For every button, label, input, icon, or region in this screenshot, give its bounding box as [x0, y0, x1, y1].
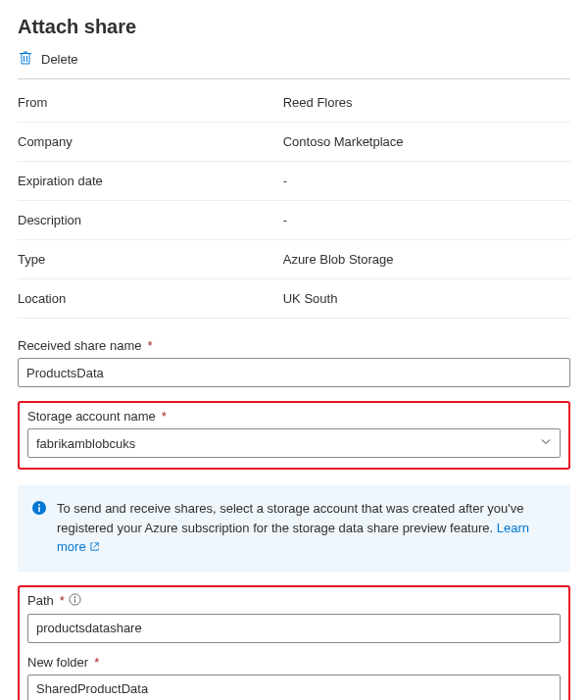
svg-point-1 [38, 504, 40, 506]
details-value: Contoso Marketplace [283, 123, 570, 162]
table-row: CompanyContoso Marketplace [18, 123, 570, 162]
table-row: TypeAzure Blob Storage [18, 240, 570, 279]
details-value: Reed Flores [283, 83, 570, 123]
storage-account-label: Storage account name [27, 409, 156, 424]
received-share-name-input[interactable] [18, 358, 570, 387]
required-indicator: * [162, 409, 167, 424]
required-indicator: * [94, 655, 99, 670]
info-text: To send and receive shares, select a sto… [57, 501, 524, 535]
info-callout: To send and receive shares, select a sto… [18, 485, 570, 572]
details-table: FromReed Flores CompanyContoso Marketpla… [18, 83, 570, 319]
details-value: Azure Blob Storage [283, 240, 570, 279]
storage-account-highlight: Storage account name * [18, 401, 570, 470]
path-label: Path [27, 593, 54, 608]
info-icon [31, 500, 47, 558]
details-label: Expiration date [18, 162, 283, 201]
page-title: Attach share [18, 16, 570, 38]
storage-account-select[interactable] [27, 428, 561, 458]
required-indicator: * [60, 593, 65, 608]
new-folder-input[interactable] [27, 675, 561, 701]
trash-icon[interactable] [18, 50, 33, 69]
received-share-name-field: Received share name * [18, 338, 570, 387]
details-label: Company [18, 123, 283, 162]
path-input[interactable] [27, 614, 561, 643]
details-label: Location [18, 279, 283, 319]
new-folder-label: New folder [27, 655, 88, 670]
delete-button[interactable]: Delete [41, 52, 78, 67]
required-indicator: * [147, 338, 152, 353]
external-link-icon [89, 540, 100, 555]
toolbar: Delete [18, 50, 570, 79]
svg-point-4 [74, 596, 75, 597]
svg-rect-2 [38, 507, 40, 512]
details-value: UK South [283, 279, 570, 319]
details-value: - [283, 162, 570, 201]
details-value: - [283, 201, 570, 240]
details-label: From [18, 83, 283, 123]
path-section-highlight: Path * New folder * [18, 585, 570, 701]
table-row: Description- [18, 201, 570, 240]
details-label: Type [18, 240, 283, 279]
table-row: FromReed Flores [18, 83, 570, 123]
details-label: Description [18, 201, 283, 240]
table-row: LocationUK South [18, 279, 570, 319]
info-icon[interactable] [69, 593, 81, 609]
received-share-name-label: Received share name [18, 338, 141, 353]
table-row: Expiration date- [18, 162, 570, 201]
